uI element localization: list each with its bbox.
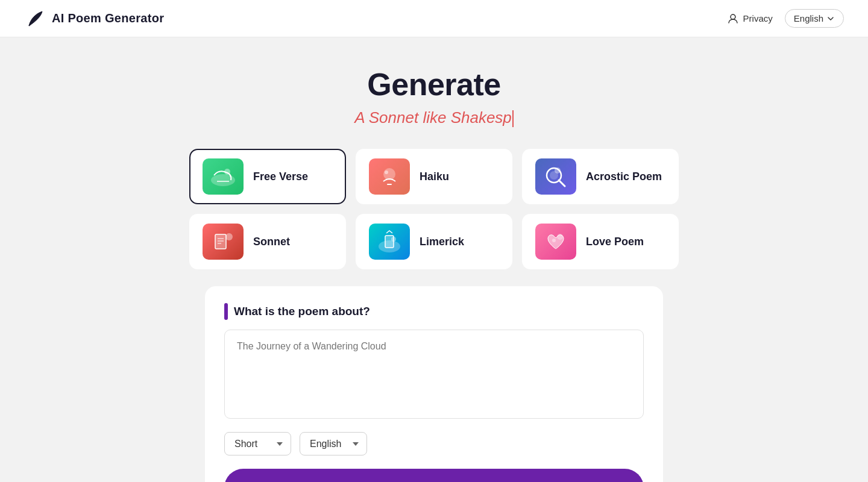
text-cursor — [512, 110, 514, 127]
language-button[interactable]: English — [785, 9, 844, 28]
header: AI Poem Generator Privacy English — [0, 0, 868, 37]
free-verse-icon — [203, 158, 244, 195]
poem-topic-input[interactable] — [224, 330, 644, 419]
haiku-label: Haiku — [420, 171, 449, 183]
poem-type-haiku[interactable]: Haiku — [356, 149, 512, 204]
form-question-text: What is the poem about? — [234, 305, 370, 318]
svg-point-0 — [731, 14, 735, 19]
free-verse-label: Free Verse — [253, 171, 308, 183]
poem-types-grid: Free Verse Haiku — [189, 149, 679, 269]
poem-form: What is the poem about? Short Medium Lon… — [205, 286, 663, 482]
generate-poem-button[interactable]: Generate Poem — [224, 469, 644, 482]
chevron-down-icon — [826, 14, 835, 23]
svg-rect-10 — [215, 234, 226, 249]
form-selects-row: Short Medium Long English Spanish French… — [224, 432, 644, 455]
length-select-wrapper: Short Medium Long — [224, 432, 291, 455]
limerick-icon — [369, 224, 410, 260]
page-title: Generate — [367, 66, 500, 102]
haiku-icon — [369, 158, 410, 195]
logo-area: AI Poem Generator — [24, 8, 164, 30]
svg-point-2 — [224, 169, 230, 175]
svg-point-14 — [225, 233, 233, 240]
poem-type-sonnet[interactable]: Sonnet — [189, 214, 346, 269]
svg-point-5 — [385, 171, 388, 174]
limerick-label: Limerick — [420, 236, 464, 248]
svg-point-18 — [557, 234, 563, 240]
svg-point-19 — [552, 239, 556, 242]
sonnet-icon — [203, 224, 244, 260]
poem-type-limerick[interactable]: Limerick — [356, 214, 512, 269]
privacy-button[interactable]: Privacy — [727, 13, 773, 25]
user-icon — [727, 13, 739, 25]
svg-point-9 — [555, 167, 561, 174]
love-poem-label: Love Poem — [586, 236, 644, 248]
form-question-row: What is the poem about? — [224, 303, 644, 320]
acrostic-icon — [535, 158, 576, 195]
feather-icon — [24, 8, 46, 30]
svg-point-17 — [391, 237, 396, 242]
poem-type-acrostic[interactable]: Acrostic Poem — [522, 149, 679, 204]
poem-type-free-verse[interactable]: Free Verse — [189, 149, 346, 204]
acrostic-label: Acrostic Poem — [586, 171, 662, 183]
language-select[interactable]: English Spanish French German Italian — [300, 432, 367, 455]
header-right: Privacy English — [727, 9, 844, 28]
length-select[interactable]: Short Medium Long — [224, 432, 291, 455]
main-content: Generate A Sonnet like Shakesp Free Vers… — [0, 37, 868, 482]
svg-line-8 — [559, 180, 565, 186]
sonnet-label: Sonnet — [253, 236, 290, 248]
accent-bar — [224, 303, 228, 320]
language-select-wrapper: English Spanish French German Italian — [300, 432, 367, 455]
logo-text: AI Poem Generator — [52, 11, 164, 25]
love-poem-icon — [535, 224, 576, 260]
animated-subtitle: A Sonnet like Shakesp — [354, 108, 514, 127]
poem-type-love[interactable]: Love Poem — [522, 214, 679, 269]
